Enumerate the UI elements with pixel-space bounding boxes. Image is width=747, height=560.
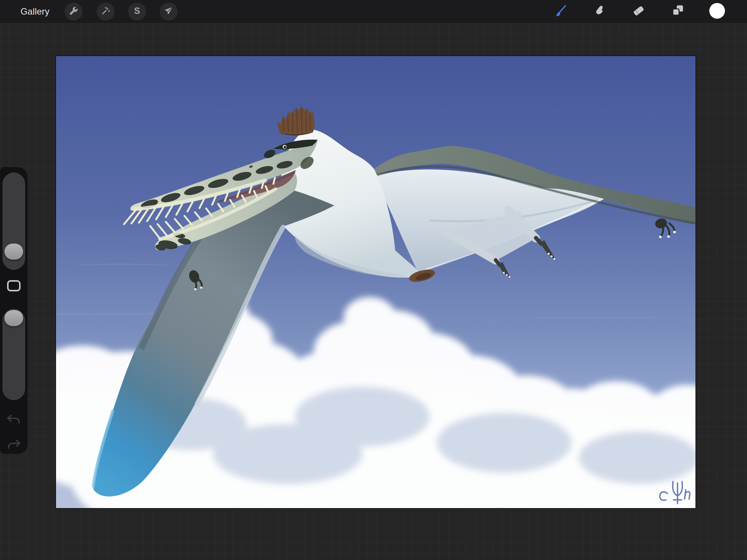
svg-text:S: S [134, 6, 140, 16]
top-toolbar: Gallery S [0, 0, 747, 23]
undo-button[interactable] [3, 412, 25, 429]
redo-button[interactable] [3, 437, 25, 454]
selection-button[interactable]: S [128, 3, 146, 21]
artwork-pterosaur-painting [56, 56, 695, 508]
layers-icon [670, 3, 686, 20]
erase-tool-button[interactable] [630, 3, 647, 20]
eraser-icon [631, 3, 647, 20]
selection-s-icon: S [132, 6, 142, 17]
brush-size-slider-thumb[interactable] [4, 244, 23, 260]
paintbrush-icon [552, 3, 568, 20]
transform-button[interactable] [160, 3, 178, 21]
color-button[interactable] [709, 3, 725, 20]
modify-button[interactable] [7, 280, 21, 291]
transform-arrow-icon [164, 6, 174, 17]
actions-button[interactable] [65, 3, 83, 21]
drawing-canvas[interactable] [56, 56, 695, 508]
wrench-icon [69, 6, 78, 17]
layers-button[interactable] [670, 3, 686, 20]
eye [282, 144, 288, 150]
undo-icon [6, 414, 22, 427]
paint-tool-button[interactable] [552, 3, 568, 20]
color-disc [709, 3, 725, 21]
smudge-tool-button[interactable] [591, 3, 608, 20]
redo-icon [6, 439, 22, 452]
opacity-slider-thumb[interactable] [4, 310, 23, 326]
gallery-button[interactable]: Gallery [21, 0, 49, 23]
magic-wand-icon [101, 6, 111, 17]
brush-sidebar [0, 167, 28, 454]
smudge-icon [592, 3, 607, 20]
adjustments-button[interactable] [97, 3, 115, 21]
